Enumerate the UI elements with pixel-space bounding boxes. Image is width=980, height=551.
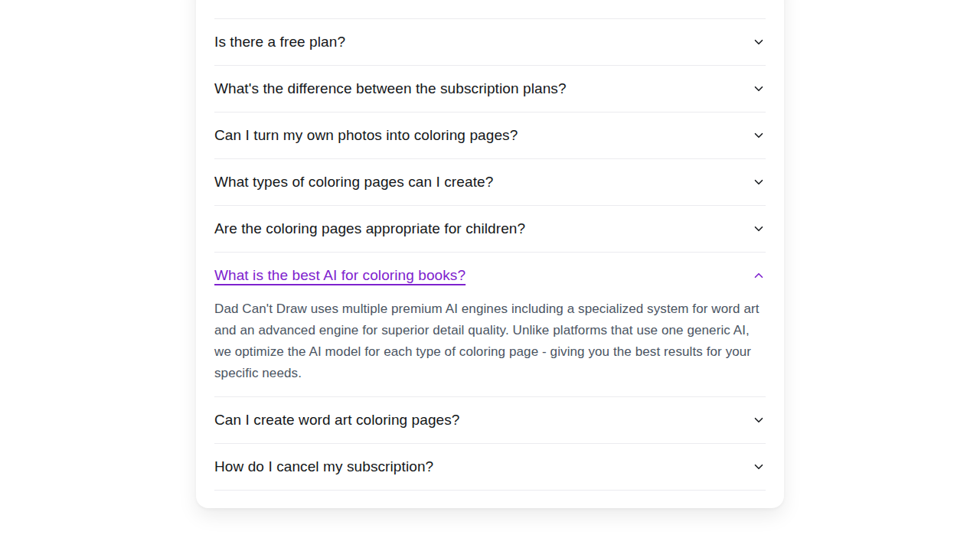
faq-question-button[interactable]: What's the difference between the subscr…: [214, 66, 766, 112]
chevron-down-icon: [752, 175, 766, 189]
faq-item: How does it work?: [214, 0, 766, 19]
faq-question-text: How does it work?: [214, 0, 335, 5]
faq-question-text: Can I turn my own photos into coloring p…: [214, 126, 518, 145]
faq-question-button[interactable]: How does it work?: [214, 0, 766, 18]
faq-item: What's the difference between the subscr…: [214, 66, 766, 112]
chevron-down-icon: [752, 222, 766, 236]
faq-question-button[interactable]: What types of coloring pages can I creat…: [214, 159, 766, 205]
chevron-down-icon: [752, 0, 766, 2]
faq-item: Are the coloring pages appropriate for c…: [214, 206, 766, 253]
faq-card: How does it work? Is there a free plan? …: [196, 0, 784, 508]
faq-question-button[interactable]: Are the coloring pages appropriate for c…: [214, 206, 766, 252]
faq-list: How does it work? Is there a free plan? …: [214, 0, 766, 491]
faq-question-text: Can I create word art coloring pages?: [214, 410, 460, 430]
faq-question-button[interactable]: Can I create word art coloring pages?: [214, 397, 766, 443]
faq-item: Can I turn my own photos into coloring p…: [214, 112, 766, 159]
faq-question-text: Is there a free plan?: [214, 32, 345, 52]
chevron-down-icon: [752, 35, 766, 49]
faq-answer-text: Dad Can't Draw uses multiple premium AI …: [214, 298, 766, 396]
faq-question-button[interactable]: How do I cancel my subscription?: [214, 444, 766, 490]
faq-question-text: What is the best AI for coloring books?: [214, 266, 466, 285]
faq-question-text: What's the difference between the subscr…: [214, 79, 567, 99]
faq-question-text: How do I cancel my subscription?: [214, 457, 433, 477]
chevron-down-icon: [752, 460, 766, 474]
faq-question-button[interactable]: What is the best AI for coloring books?: [214, 253, 766, 298]
chevron-down-icon: [752, 82, 766, 96]
faq-item: Can I create word art coloring pages?: [214, 397, 766, 444]
faq-question-text: What types of coloring pages can I creat…: [214, 172, 493, 192]
faq-question-text: Are the coloring pages appropriate for c…: [214, 219, 525, 239]
faq-question-button[interactable]: Is there a free plan?: [214, 19, 766, 65]
faq-item: What is the best AI for coloring books? …: [214, 253, 766, 397]
chevron-down-icon: [752, 413, 766, 427]
chevron-up-icon: [752, 269, 766, 282]
chevron-down-icon: [752, 129, 766, 142]
faq-item: What types of coloring pages can I creat…: [214, 159, 766, 206]
faq-item: How do I cancel my subscription?: [214, 444, 766, 491]
faq-item: Is there a free plan?: [214, 19, 766, 66]
faq-question-button[interactable]: Can I turn my own photos into coloring p…: [214, 112, 766, 158]
